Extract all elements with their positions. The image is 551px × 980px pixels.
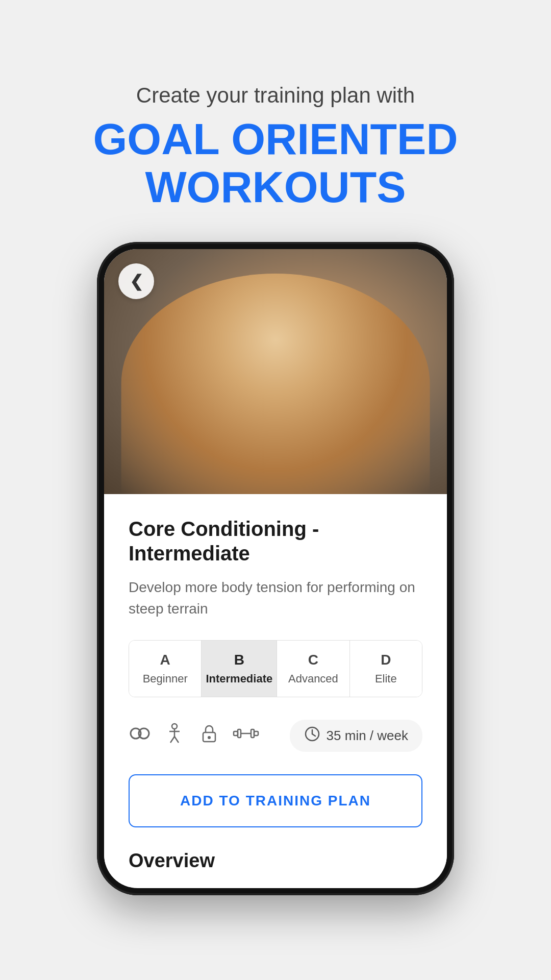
level-advanced[interactable]: C Advanced <box>277 641 349 697</box>
workout-description: Develop more body tension for performing… <box>129 577 422 620</box>
level-letter-d: D <box>381 652 391 668</box>
cta-label: ADD TO TRAINING PLAN <box>180 793 371 808</box>
header-subtitle: Create your training plan with <box>136 82 415 110</box>
level-letter-c: C <box>308 652 318 668</box>
meta-row: 35 min / week <box>129 720 422 752</box>
level-selector: A Beginner B Intermediate C Advanced D E… <box>129 640 422 697</box>
duration-text: 35 min / week <box>327 728 408 744</box>
clock-icon <box>304 726 320 746</box>
phone-wrapper: ❮ Core Conditioning - Intermediate Devel… <box>97 242 454 895</box>
svg-line-5 <box>170 737 174 743</box>
dumbbell-icon <box>233 722 259 749</box>
time-badge: 35 min / week <box>290 720 422 752</box>
lock-icon <box>198 722 220 749</box>
svg-line-6 <box>174 737 179 743</box>
back-chevron-icon: ❮ <box>130 273 143 289</box>
workout-title: Core Conditioning - Intermediate <box>129 517 422 566</box>
level-intermediate[interactable]: B Intermediate <box>202 641 277 697</box>
content-area: Core Conditioning - Intermediate Develop… <box>104 494 447 887</box>
overview-heading: Overview <box>129 850 422 872</box>
svg-line-16 <box>312 734 315 736</box>
equipment-icons <box>129 722 259 749</box>
level-beginner[interactable]: A Beginner <box>129 641 202 697</box>
level-name-elite: Elite <box>375 672 397 685</box>
hero-image: ❮ <box>104 249 447 494</box>
hero-person-silhouette <box>121 274 430 494</box>
phone-frame: ❮ Core Conditioning - Intermediate Devel… <box>97 242 454 895</box>
back-button[interactable]: ❮ <box>118 263 154 299</box>
rings-icon <box>129 722 151 749</box>
level-elite[interactable]: D Elite <box>350 641 422 697</box>
level-name-beginner: Beginner <box>143 672 188 685</box>
level-name-advanced: Advanced <box>288 672 338 685</box>
level-letter-b: B <box>234 652 244 668</box>
person-icon <box>163 722 186 749</box>
phone-screen: ❮ Core Conditioning - Intermediate Devel… <box>104 249 447 888</box>
header-title: GOAL ORIENTEDWORKOUTS <box>93 115 458 211</box>
level-letter-a: A <box>160 652 170 668</box>
svg-rect-10 <box>238 729 241 738</box>
svg-point-8 <box>208 736 211 739</box>
header-section: Create your training plan with GOAL ORIE… <box>0 0 551 242</box>
svg-rect-13 <box>254 731 258 736</box>
add-to-plan-button[interactable]: ADD TO TRAINING PLAN <box>129 774 422 827</box>
level-name-intermediate: Intermediate <box>206 672 272 685</box>
svg-point-2 <box>172 724 177 729</box>
